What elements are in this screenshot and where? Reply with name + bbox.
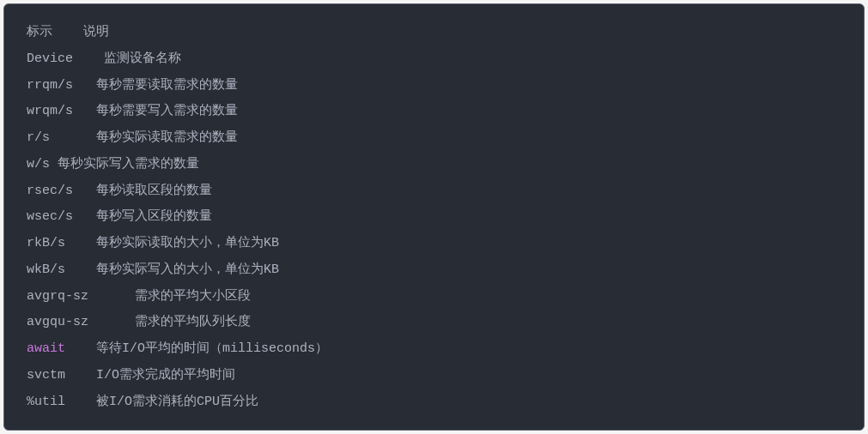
- code-line-0: 标示 说明: [27, 20, 841, 46]
- code-block: 标示 说明Device 监测设备名称rrqm/s 每秒需要读取需求的数量wrqm…: [3, 3, 865, 431]
- code-line-9: wkB/s 每秒实际写入的大小，单位为KB: [27, 257, 841, 284]
- code-line-7: wsec/s 每秒写入区段的数量: [27, 204, 841, 231]
- keyword-await: await: [27, 341, 65, 356]
- code-line-10: avgrq-sz 需求的平均大小区段: [27, 284, 841, 310]
- code-line-14: %util 被I/O需求消耗的CPU百分比: [27, 389, 841, 416]
- lines-container: 标示 说明Device 监测设备名称rrqm/s 每秒需要读取需求的数量wrqm…: [27, 20, 841, 415]
- code-line-4: r/s 每秒实际读取需求的数量: [27, 125, 841, 152]
- code-line-12: await 等待I/O平均的时间（milliseconds）: [27, 336, 841, 363]
- code-line-3: wrqm/s 每秒需要写入需求的数量: [27, 99, 841, 125]
- code-line-11: avgqu-sz 需求的平均队列长度: [27, 310, 841, 336]
- code-text: 等待I/O平均的时间（milliseconds）: [65, 341, 328, 356]
- code-line-2: rrqm/s 每秒需要读取需求的数量: [27, 73, 841, 99]
- code-line-1: Device 监测设备名称: [27, 46, 841, 73]
- code-line-8: rkB/s 每秒实际读取的大小，单位为KB: [27, 231, 841, 257]
- code-line-5: w/s 每秒实际写入需求的数量: [27, 152, 841, 178]
- code-line-13: svctm I/O需求完成的平均时间: [27, 363, 841, 389]
- code-line-6: rsec/s 每秒读取区段的数量: [27, 178, 841, 205]
